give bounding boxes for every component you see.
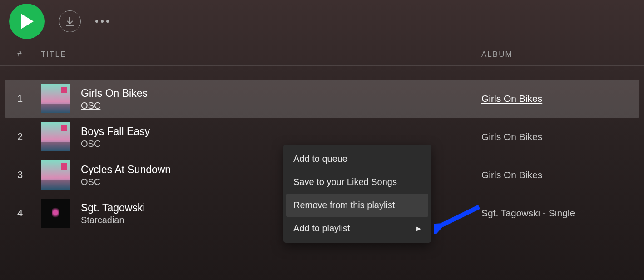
context-menu: Add to queueSave to your Liked SongsRemo… — [283, 145, 431, 243]
track-number: 2 — [17, 131, 41, 143]
play-button[interactable] — [9, 4, 45, 39]
toolbar — [0, 0, 644, 50]
column-album-header: ALBUM — [481, 50, 627, 59]
track-number: 3 — [17, 169, 41, 181]
track-number: 1 — [17, 93, 41, 105]
context-menu-item-label: Add to queue — [293, 154, 347, 164]
album-art — [41, 84, 70, 113]
more-icon — [101, 20, 104, 23]
column-title-header: TITLE — [41, 50, 481, 59]
svg-marker-0 — [21, 14, 34, 29]
track-title: Boys Fall Easy — [81, 125, 481, 139]
track-album[interactable]: Girls On Bikes — [481, 93, 627, 104]
more-icon — [106, 20, 109, 23]
context-menu-item-label: Add to playlist — [293, 223, 350, 234]
context-menu-item[interactable]: Add to playlist▶ — [286, 217, 428, 240]
track-album[interactable]: Girls On Bikes — [481, 170, 627, 180]
play-icon — [21, 14, 35, 29]
context-menu-item-label: Save to your Liked Songs — [293, 177, 397, 187]
context-menu-item[interactable]: Save to your Liked Songs — [286, 170, 428, 194]
track-album[interactable]: Sgt. Tagowski - Single — [481, 208, 627, 219]
track-number: 4 — [17, 207, 41, 219]
album-art — [41, 160, 70, 190]
context-menu-item[interactable]: Add to queue — [286, 147, 428, 170]
column-header-row: # TITLE ALBUM — [0, 50, 644, 66]
track-album[interactable]: Girls On Bikes — [481, 131, 627, 142]
column-number-header: # — [17, 50, 41, 59]
chevron-right-icon: ▶ — [416, 225, 421, 232]
album-art — [41, 122, 70, 151]
download-icon — [65, 16, 75, 26]
track-title-cell: Girls On BikesOSC — [81, 86, 481, 111]
album-art — [41, 199, 70, 228]
track-title: Girls On Bikes — [81, 86, 481, 100]
download-button[interactable] — [59, 10, 81, 32]
context-menu-item[interactable]: Remove from this playlist — [286, 194, 428, 217]
more-icon — [95, 20, 98, 23]
track-row[interactable]: 1Girls On BikesOSCGirls On Bikes — [5, 80, 639, 118]
more-options-button[interactable] — [95, 20, 109, 23]
track-artist[interactable]: OSC — [81, 100, 481, 111]
context-menu-item-label: Remove from this playlist — [293, 200, 395, 210]
